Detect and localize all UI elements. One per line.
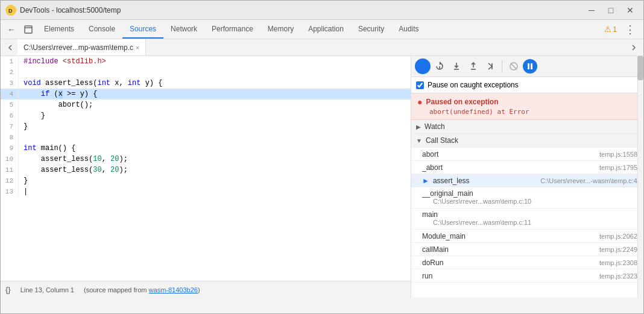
dock-button[interactable] bbox=[20, 21, 37, 38]
tab-network[interactable]: Network bbox=[163, 20, 204, 39]
tab-performance[interactable]: Performance bbox=[204, 20, 260, 39]
file-bar: C:\Users\rrever...mp-wasm\temp.c × bbox=[1, 39, 643, 56]
minimize-button[interactable]: ─ bbox=[583, 4, 600, 17]
svg-line-12 bbox=[511, 63, 517, 69]
scroll-thumb[interactable] bbox=[637, 56, 643, 80]
warning-icon: ⚠ bbox=[604, 25, 611, 34]
resume-button[interactable] bbox=[415, 58, 431, 74]
code-line: 2 bbox=[1, 67, 411, 78]
stack-item-module-main[interactable]: Module_main temp.js:2062 bbox=[411, 230, 643, 243]
code-line: 3 void assert_less(int x, int y) { bbox=[1, 78, 411, 89]
call-stack-list[interactable]: abort temp.js:1558 _abort temp.js:1795 ►… bbox=[411, 148, 643, 298]
pause-button[interactable] bbox=[523, 59, 537, 74]
svg-text:D: D bbox=[8, 8, 13, 14]
right-panel: Pause on caught exceptions ● Paused on e… bbox=[411, 56, 643, 298]
right-scrollbar[interactable] bbox=[637, 56, 643, 298]
tab-console[interactable]: Console bbox=[81, 20, 122, 39]
file-nav-prev[interactable] bbox=[3, 40, 17, 55]
source-map-info: (source mapped from wasm-81403b26) bbox=[84, 286, 200, 294]
tab-application[interactable]: Application bbox=[301, 20, 351, 39]
tab-sources[interactable]: Sources bbox=[122, 20, 163, 39]
svg-rect-13 bbox=[528, 63, 529, 69]
code-line: 5 abort(); bbox=[1, 99, 411, 110]
deactivate-breakpoints-button[interactable] bbox=[506, 58, 522, 74]
svg-rect-14 bbox=[531, 63, 532, 69]
close-button[interactable]: ✕ bbox=[622, 4, 639, 17]
window-title: DevTools - localhost:5000/temp bbox=[20, 6, 583, 14]
file-nav-more[interactable] bbox=[627, 40, 641, 55]
source-map-link[interactable]: wasm-81403b26 bbox=[149, 286, 198, 294]
step-out-button[interactable] bbox=[466, 58, 481, 74]
watch-label: Watch bbox=[425, 122, 445, 131]
debug-separator bbox=[502, 60, 502, 72]
stack-item-call-main[interactable]: callMain temp.js:2249 bbox=[411, 243, 643, 256]
code-line: 8 bbox=[1, 132, 411, 143]
window-controls: ─ □ ✕ bbox=[583, 4, 639, 17]
position-info: Line 13, Column 1 bbox=[21, 286, 74, 294]
warning-count: 1 bbox=[613, 25, 617, 34]
call-stack-label: Call Stack bbox=[426, 136, 458, 145]
code-line: 1 #include <stdlib.h> bbox=[1, 56, 411, 67]
file-tab-temp-c[interactable]: C:\Users\rrever...mp-wasm\temp.c × bbox=[17, 39, 146, 55]
code-line-highlighted: 4 if (x >= y) { bbox=[1, 89, 411, 99]
nav-tabs: Elements Console Sources Network Perform… bbox=[37, 20, 604, 39]
call-stack-section-header[interactable]: ▼ Call Stack bbox=[411, 134, 643, 148]
svg-marker-4 bbox=[421, 63, 426, 69]
stack-item-assert-less[interactable]: ► assert_less C:\Users\rrever...-wasm\te… bbox=[411, 174, 643, 187]
stack-item-abort[interactable]: abort temp.js:1558 bbox=[411, 148, 643, 161]
main-toolbar: ← Elements Console Sources Network Perfo… bbox=[1, 20, 643, 39]
main-layout: 1 #include <stdlib.h> 2 3 void assert_le… bbox=[1, 56, 643, 298]
exception-message: abort(undefined) at Error bbox=[429, 108, 637, 116]
exception-banner: ● Paused on exception abort(undefined) a… bbox=[411, 93, 643, 120]
current-frame-icon: ► bbox=[422, 177, 429, 185]
tab-audits[interactable]: Audits bbox=[391, 20, 426, 39]
file-tab-close[interactable]: × bbox=[136, 44, 139, 51]
tab-elements[interactable]: Elements bbox=[37, 20, 81, 39]
stack-item-_abort[interactable]: _abort temp.js:1795 bbox=[411, 161, 643, 174]
code-line: 13 | bbox=[1, 186, 411, 197]
file-tab-name: C:\Users\rrever...mp-wasm\temp.c bbox=[24, 43, 133, 52]
tab-security[interactable]: Security bbox=[351, 20, 391, 39]
watch-section-header[interactable]: ▶ Watch bbox=[411, 120, 643, 134]
step-over-button[interactable] bbox=[432, 58, 447, 74]
open-brace-icon: {} bbox=[5, 285, 11, 294]
watch-arrow-icon: ▶ bbox=[416, 124, 421, 130]
tab-memory[interactable]: Memory bbox=[260, 20, 301, 39]
error-icon: ● bbox=[417, 97, 422, 107]
app-icon: D bbox=[5, 5, 16, 16]
code-line: 12 } bbox=[1, 175, 411, 186]
exception-title: ● Paused on exception bbox=[417, 97, 637, 107]
code-line: 6 } bbox=[1, 110, 411, 121]
code-line: 9 int main() { bbox=[1, 143, 411, 154]
back-button[interactable]: ← bbox=[3, 21, 20, 38]
more-menu-button[interactable]: ⋮ bbox=[622, 21, 639, 38]
pause-exceptions-checkbox[interactable] bbox=[416, 81, 424, 89]
toolbar-end: ⚠ 1 ⋮ bbox=[604, 21, 641, 38]
status-bar: {} Line 13, Column 1 (source mapped from… bbox=[1, 281, 411, 298]
debug-toolbar bbox=[411, 56, 643, 77]
code-line: 11 assert_less(30, 20); bbox=[1, 165, 411, 175]
exception-title-text: Paused on exception bbox=[426, 98, 498, 106]
stack-item-original-main[interactable]: __original_main C:\Users\rrever...wasm\t… bbox=[411, 187, 643, 209]
pause-exceptions: Pause on caught exceptions bbox=[411, 77, 643, 93]
code-line: 7 } bbox=[1, 121, 411, 132]
call-stack-arrow-icon: ▼ bbox=[416, 137, 422, 144]
step-into-button[interactable] bbox=[449, 58, 464, 74]
title-bar: D DevTools - localhost:5000/temp ─ □ ✕ bbox=[1, 1, 643, 20]
code-panel: 1 #include <stdlib.h> 2 3 void assert_le… bbox=[1, 56, 411, 298]
code-line: 10 assert_less(10, 20); bbox=[1, 154, 411, 165]
maximize-button[interactable]: □ bbox=[602, 4, 619, 17]
stack-item-do-run[interactable]: doRun temp.js:2308 bbox=[411, 256, 643, 269]
code-area[interactable]: 1 #include <stdlib.h> 2 3 void assert_le… bbox=[1, 56, 411, 281]
svg-rect-2 bbox=[25, 26, 32, 33]
step-button[interactable] bbox=[482, 58, 498, 74]
stack-item-run[interactable]: run temp.js:2323 bbox=[411, 269, 643, 283]
stack-item-main[interactable]: main C:\Users\rrever...wasm\temp.c:11 bbox=[411, 209, 643, 230]
pause-exceptions-label[interactable]: Pause on caught exceptions bbox=[428, 81, 519, 89]
